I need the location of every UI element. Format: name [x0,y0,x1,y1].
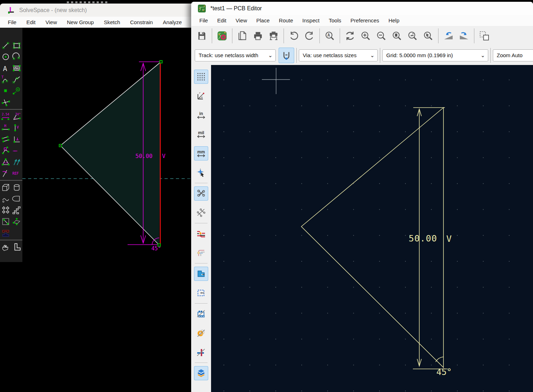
undo-icon [289,31,299,41]
solvespace-canvas[interactable]: 50.00 V 45° [0,28,191,392]
menu-route[interactable]: Route [274,17,298,23]
vertical-constraint-label[interactable]: V [162,153,166,159]
parallel-constraint-button[interactable] [1,134,11,144]
point-on-line-constraint-button[interactable] [1,146,11,156]
spline-tool-button[interactable] [12,75,22,85]
menu-view[interactable]: View [41,19,62,25]
polar-coordinates-button[interactable]: rθ [194,89,208,103]
footprints-hidden-icon [196,309,206,318]
hide-footprints-button[interactable] [194,307,208,321]
hide-vias-button[interactable] [194,345,208,359]
redo-button[interactable] [302,28,317,44]
track-width-select[interactable]: Track: use netclass width⌄ [195,49,276,61]
vertical-constraint-label[interactable]: V [446,234,452,244]
units-inches-button[interactable]: in [194,108,208,122]
sketch-in-3d-button[interactable] [12,217,22,227]
helix-group-button[interactable] [1,194,11,204]
highlight-nets-button[interactable] [194,227,208,241]
page-settings-button[interactable] [235,28,250,44]
menu-preferences[interactable]: Preferences [346,17,384,23]
show-ratsnest-button[interactable] [194,186,208,201]
zoom-fit-button[interactable]: A [322,28,338,44]
menu-analyze[interactable]: Analyze [158,19,187,25]
plot-button[interactable] [266,28,281,44]
show-grid-button[interactable] [194,70,208,84]
construction-tool-button[interactable] [1,97,11,107]
menu-new-group[interactable]: New Group [62,19,99,25]
menu-view[interactable]: View [231,17,252,23]
arc-tool-button[interactable] [12,52,22,62]
dimension-label[interactable]: 50.00 [135,153,152,159]
chevron-down-icon: ⌄ [268,52,273,59]
reference-constraint-button[interactable]: REF [12,168,22,178]
equal-constraint-button[interactable] [1,157,11,167]
image-tool-button[interactable] [12,63,22,73]
tangent-arc-tool-button[interactable] [12,86,22,96]
perpendicular-constraint-button[interactable] [12,134,22,144]
symmetric-constraint-button[interactable]: →← [12,146,22,156]
zoom-selection-button[interactable] [420,28,436,44]
l-section-button[interactable] [12,242,22,252]
refresh-button[interactable] [342,28,358,44]
group-items-button[interactable] [477,28,492,44]
menu-constrain[interactable]: Constrain [125,19,158,25]
circle-tool-button[interactable] [1,52,11,62]
menu-place[interactable]: Place [252,17,274,23]
menu-edit[interactable]: Edit [212,17,231,23]
parallel-normal-constraint-button[interactable] [12,157,22,167]
undo-button[interactable] [286,28,302,44]
pcb-editor-titlebar[interactable]: *test1 — PCB Editor [191,2,533,15]
zoom-in-button[interactable] [358,28,373,44]
dim-tracks-button[interactable] [194,246,208,260]
menu-edit[interactable]: Edit [21,19,41,25]
zoom-page-button[interactable] [389,28,405,44]
rotate-copy-group-button[interactable] [1,205,11,215]
extrude-group-button[interactable] [1,183,11,192]
translate-copy-group-button[interactable] [12,205,22,215]
rectangle-tool-button[interactable] [12,40,22,50]
angle-label[interactable]: 45° [436,367,452,377]
angle-constraint-button[interactable]: 74° [12,111,22,121]
crosshair-cursor-button[interactable] [194,165,208,180]
menu-tools[interactable]: Tools [324,17,346,23]
curved-ratsnest-button[interactable] [194,206,208,220]
layers-manager-button[interactable] [194,366,208,380]
rotate-ccw-button[interactable] [441,28,456,44]
pcb-canvas[interactable]: 50.00 V 45° [211,65,533,392]
point-tool-button[interactable] [1,86,11,96]
other-angle-button[interactable] [1,168,11,178]
via-size-select[interactable]: Via: use netclass sizes⌄ [299,49,378,61]
show-zones-button[interactable] [194,267,208,281]
line-tool-button[interactable] [1,40,11,50]
units-mm-button[interactable]: mm [194,146,208,160]
vertical-constraint-button[interactable]: V [12,123,22,133]
bezier-tool-button[interactable]: T [1,75,11,85]
save-button[interactable] [194,28,210,44]
menu-sketch[interactable]: Sketch [99,19,125,25]
text-tool-button[interactable]: A [1,63,11,73]
revolve-group-button[interactable] [12,194,22,204]
board-setup-button[interactable] [214,28,230,44]
solid-model-button[interactable] [1,242,11,252]
grid-select[interactable]: Grid: 5.0000 mm (0.1969 in)⌄ [382,49,488,61]
step-dimension-button[interactable] [1,228,11,238]
menu-file[interactable]: File [195,17,212,23]
zoom-select[interactable]: Zoom Auto [493,49,533,61]
zone-outlines-button[interactable] [194,286,208,300]
zoom-objects-button[interactable] [405,28,420,44]
menu-help[interactable]: Help [384,17,404,23]
zoom-out-button[interactable] [373,28,389,44]
menu-file[interactable]: File [3,19,21,25]
lathe-group-button[interactable] [12,183,22,192]
menu-inspect[interactable]: Inspect [298,17,324,23]
dimension-label[interactable]: 50.00 [409,233,437,244]
hide-pads-button[interactable] [194,326,208,340]
distance-constraint-button[interactable]: 2.54 [1,111,11,121]
track-posture-button[interactable] [279,48,294,63]
new-workplane-button[interactable] [1,217,11,227]
solvespace-titlebar[interactable]: SolveSpace - (new sketch) [0,4,191,17]
horizontal-constraint-button[interactable]: H [1,123,11,133]
units-mils-button[interactable]: mil [194,127,208,141]
print-button[interactable] [250,28,266,44]
rotate-cw-button[interactable] [456,28,472,44]
